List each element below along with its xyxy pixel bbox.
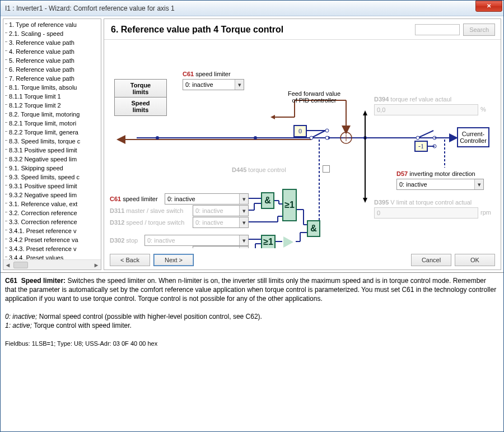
tree-hscrollbar[interactable]: ◄ ►	[3, 259, 101, 270]
svg-marker-21	[363, 110, 367, 115]
tree-item[interactable]: 3.4.2 Preset reference va	[3, 235, 101, 244]
tree-item[interactable]: 2.1. Scaling - speed	[3, 29, 101, 38]
neg1-block: -1	[414, 141, 428, 152]
d311-dropdown[interactable]: 0: inactive▾	[193, 205, 249, 216]
desc-body: Switches the speed limiter on. When n-li…	[5, 277, 496, 303]
svg-point-12	[340, 132, 352, 143]
d311-label: D311 master / slave switch	[110, 207, 183, 214]
d312-label: D312 speed / torque switch	[110, 219, 184, 226]
back-button[interactable]: < Back	[110, 254, 150, 266]
description-pane: C61 Speed limiter: Switches the speed li…	[1, 273, 503, 431]
scroll-right-icon[interactable]: ►	[92, 262, 101, 268]
desc-value-1: 1: active; Torque control with speed lim…	[5, 321, 499, 330]
buffer-gate-icon	[283, 236, 293, 248]
tree-item[interactable]: 8.1.2 Torque limit 2	[3, 101, 101, 110]
tree-item[interactable]: 8.3. Speed limits, torque c	[3, 137, 101, 146]
titlebar: I1 : Inverter1 - Wizard: Comfort referen…	[1, 1, 503, 16]
d394-value: 0,0	[374, 104, 478, 115]
svg-point-4	[326, 136, 330, 140]
search-button[interactable]: Search	[463, 24, 495, 36]
svg-point-26	[433, 145, 436, 148]
page-title: 6. Reference value path 4 Torque control	[111, 25, 415, 35]
svg-marker-22	[363, 198, 367, 203]
tree-item[interactable]: 8.3.1 Positive speed limit	[3, 146, 101, 155]
tree-item[interactable]: 9.3.2 Negative speed lim	[3, 191, 101, 199]
tree-item[interactable]: 3.4.3. Preset reference v	[3, 244, 101, 253]
and-gate-icon: &	[307, 220, 320, 237]
tree-item[interactable]: 3.3. Correction reference	[3, 217, 101, 226]
tree-item[interactable]: 1. Type of reference valu	[3, 20, 101, 29]
or-gate-icon: ≥1	[261, 235, 276, 248]
tree-item[interactable]: 7. Reference value path	[3, 74, 101, 83]
tree-item[interactable]: 8.2. Torque limit, motoring	[3, 110, 101, 119]
svg-point-24	[416, 136, 419, 140]
scroll-thumb[interactable]	[13, 262, 28, 268]
svg-point-9	[325, 129, 329, 132]
tree-item[interactable]: 3.2. Correction reference	[3, 208, 101, 217]
svg-point-8	[325, 136, 329, 140]
tree-item[interactable]: 3. Reference value path	[3, 38, 101, 47]
speed-limits-button[interactable]: Speed limits	[114, 97, 167, 116]
tree-item[interactable]: 3.4.4. Preset values	[3, 253, 101, 259]
tree-item[interactable]: 5. Reference value path	[3, 56, 101, 65]
c61-top-dropdown[interactable]: 0: inactive▾	[183, 79, 244, 90]
cancel-button[interactable]: Cancel	[411, 254, 451, 266]
tree-item[interactable]: 8.1. Torque limits, absolu	[3, 83, 101, 92]
svg-line-6	[311, 131, 325, 138]
desc-fieldbus: Fieldbus: 1LSB=1; Type: U8; USS-Adr: 03 …	[5, 339, 499, 348]
tree-item[interactable]: 9.1. Skipping speed	[3, 164, 101, 173]
c61-low-label: C61 speed limiter	[110, 196, 158, 202]
tree-item[interactable]: 8.3.2 Negative speed lim	[3, 155, 101, 164]
main-header: 6. Reference value path 4 Torque control…	[104, 19, 501, 40]
svg-point-25	[433, 136, 436, 140]
tree-item[interactable]: 9.3. Speed limits, speed c	[3, 173, 101, 182]
chevron-down-icon: ▾	[239, 235, 248, 245]
tree-item[interactable]: 9.3.1 Positive speed limit	[3, 182, 101, 191]
d312-dropdown[interactable]: 0: inactive▾	[193, 217, 249, 228]
d57-label: D57 inverting motor direction	[396, 170, 475, 177]
svg-point-7	[310, 136, 313, 140]
d445-checkbox[interactable]	[323, 165, 330, 173]
search-input[interactable]	[415, 24, 460, 35]
svg-point-3	[254, 136, 257, 140]
chevron-down-icon: ▾	[239, 247, 248, 248]
close-icon: ✕	[487, 3, 491, 9]
wizard-window: I1 : Inverter1 - Wizard: Comfort referen…	[0, 0, 504, 432]
chevron-down-icon: ▾	[235, 80, 244, 90]
tree-item[interactable]: 8.2.1 Torque limit, motori	[3, 119, 101, 128]
c61-low-dropdown[interactable]: 0: inactive▾	[165, 193, 249, 205]
d462-dropdown[interactable]: 0: inactive▾	[193, 246, 249, 248]
and-gate-icon: &	[261, 192, 274, 209]
or-gate-icon: ≥1	[282, 189, 297, 221]
d57-dropdown[interactable]: 0: inactive▾	[396, 179, 484, 190]
tree-item[interactable]: 8.2.2 Torque limit, genera	[3, 128, 101, 137]
d302-dropdown[interactable]: 0: inactive▾	[144, 235, 249, 246]
desc-heading: C61 Speed limiter: Switches the speed li…	[5, 276, 499, 303]
ok-button[interactable]: OK	[455, 254, 495, 266]
next-button[interactable]: Next >	[153, 254, 194, 266]
tree-item[interactable]: 3.1. Reference value, ext	[3, 199, 101, 208]
chevron-down-icon: ▾	[474, 179, 483, 189]
chevron-down-icon: ▾	[239, 217, 248, 227]
desc-value-0: 0: inactive; Normal speed control (possi…	[5, 312, 499, 321]
torque-limits-button[interactable]: Torque limits	[114, 79, 167, 98]
scroll-left-icon[interactable]: ◄	[3, 262, 12, 268]
nav-tree[interactable]: 1. Type of reference valu 2.1. Scaling -…	[3, 19, 101, 259]
nav-tree-panel: 1. Type of reference valu 2.1. Scaling -…	[3, 18, 101, 270]
d395-unit: rpm	[480, 209, 491, 216]
tree-item[interactable]: 8.1.1 Torque limit 1	[3, 92, 101, 101]
tree-item[interactable]: 6. Reference value path	[3, 65, 101, 74]
chevron-down-icon: ▾	[239, 194, 248, 204]
feed-forward-label: Feed forward value of PID controller	[278, 90, 351, 104]
d302-label: D302 stop	[110, 237, 138, 244]
svg-marker-17	[270, 115, 275, 119]
window-title: I1 : Inverter1 - Wizard: Comfort referen…	[5, 4, 475, 12]
tree-item[interactable]: 4. Reference value path	[3, 47, 101, 56]
close-button[interactable]: ✕	[475, 1, 502, 12]
svg-point-5	[363, 136, 367, 140]
wizard-footer: < Back Next > Cancel OK	[104, 254, 501, 266]
upper-area: 1. Type of reference valu 2.1. Scaling -…	[1, 16, 503, 273]
zero-block: 0	[293, 125, 307, 137]
tree-item[interactable]: 3.4.1. Preset reference v	[3, 226, 101, 235]
d394-unit: %	[480, 106, 486, 113]
